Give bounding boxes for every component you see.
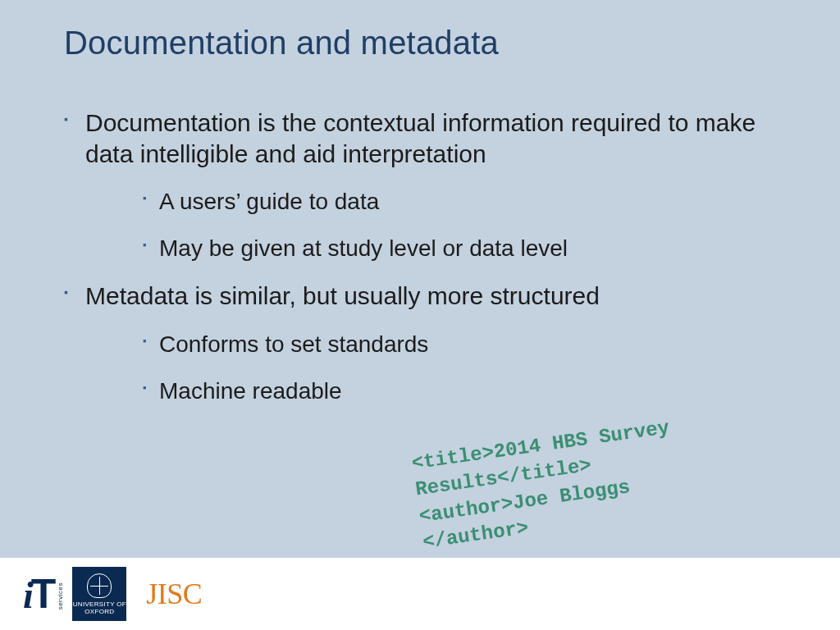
- slide-title: Documentation and metadata: [64, 25, 776, 62]
- presentation-slide: Documentation and metadata Documentation…: [0, 0, 840, 630]
- bullet-item: Conforms to set standards: [143, 330, 776, 358]
- oxford-crest-icon: [87, 573, 112, 598]
- it-services-logo: i T services: [23, 573, 64, 614]
- jisc-logo: JISC: [146, 577, 202, 611]
- bullet-item: Machine readable: [143, 377, 776, 405]
- logo-services-text: services: [57, 582, 64, 609]
- slide-footer: i T services UNIVERSITY OF OXFORD JISC: [0, 558, 840, 630]
- bullet-item: May be given at study level or data leve…: [143, 234, 776, 262]
- logo-letter-t: T: [31, 573, 55, 614]
- oxford-text-line1: UNIVERSITY OF: [73, 600, 126, 608]
- bullet-list: Documentation is the contextual informat…: [64, 107, 776, 405]
- bullet-item: Documentation is the contextual informat…: [64, 107, 776, 169]
- bullet-item: A users’ guide to data: [143, 187, 776, 216]
- bullet-item: Metadata is similar, but usually more st…: [64, 281, 776, 312]
- oxford-text-line2: OXFORD: [84, 608, 114, 615]
- oxford-university-logo: UNIVERSITY OF OXFORD: [72, 567, 126, 621]
